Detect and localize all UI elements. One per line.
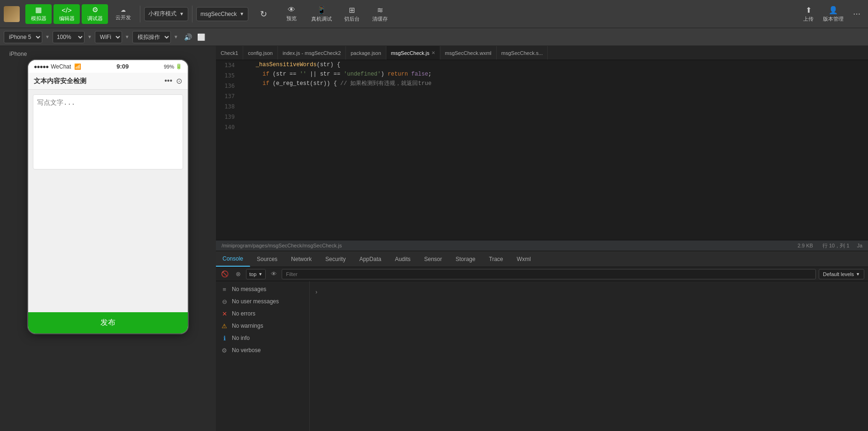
preserve-log-button[interactable]: ⊗ <box>233 269 243 279</box>
upload-button[interactable]: ⬆ 上传 <box>799 4 817 24</box>
status-time: 9:09 <box>116 63 129 70</box>
warning-icon: ⚠ <box>221 322 228 330</box>
filter-no-warnings[interactable]: ⚠ No warnings <box>216 320 309 332</box>
device-dropdown[interactable]: msgSecCheck ▼ <box>196 7 248 21</box>
clear-console-button[interactable]: 🚫 <box>220 269 230 279</box>
zoom-select[interactable]: 100% <box>53 31 84 43</box>
nav-title: 文本内容安全检测 <box>34 77 86 85</box>
tab-sensor[interactable]: Sensor <box>418 251 449 267</box>
tab-msgseccheck-wxml[interactable]: msgSecCheck.wxml <box>440 46 497 60</box>
filter-no-info[interactable]: ℹ No info <box>216 332 309 344</box>
version-manager-button[interactable]: 👤 版本管理 <box>819 4 847 24</box>
submit-button[interactable]: 发布 <box>28 312 188 333</box>
phone-body <box>28 176 188 312</box>
console-messages-panel: ≡ No messages ⊖ No user messages ✕ No er… <box>216 281 310 431</box>
operation-select[interactable]: 模拟操作 <box>132 31 171 43</box>
simulator-panel: iPhone ●●●●● WeChat 📶 9:09 99% 🔋 文本内容安全检… <box>0 46 216 431</box>
wifi-status-icon: 📶 <box>74 63 81 70</box>
more-button[interactable]: ⋯ <box>849 8 864 20</box>
chevron-down-icon8: ▼ <box>856 272 860 277</box>
clear-icon: ≋ <box>377 6 383 15</box>
file-size: 2.9 KB <box>798 243 813 248</box>
chevron-down-icon6: ▼ <box>174 34 178 39</box>
battery-pct: 99% <box>164 64 174 69</box>
info-icon: ℹ <box>221 334 228 342</box>
signal-dots: ●●●●● <box>34 63 48 70</box>
filter-no-errors[interactable]: ✕ No errors <box>216 308 309 320</box>
tab-network[interactable]: Network <box>284 251 319 267</box>
nav-icons: ••• ⊙ <box>164 77 182 85</box>
lang-label: Ja <box>857 243 862 248</box>
status-right: 99% 🔋 <box>164 63 182 69</box>
debugger-button[interactable]: ⚙ 调试器 <box>82 4 108 24</box>
content-textarea[interactable] <box>33 94 183 169</box>
chevron-down-icon7: ▼ <box>258 272 262 277</box>
tab-security[interactable]: Security <box>319 251 353 267</box>
file-path-bar: /miniprogram/pages/msgSecCheck/msgSecChe… <box>216 240 868 251</box>
code-editor[interactable]: 134 135 136 137 138 139 140 _hasSensitiv… <box>216 60 868 240</box>
filter-no-messages[interactable]: ≡ No messages <box>216 283 309 295</box>
filter-no-verbose[interactable]: ⚙ No verbose <box>216 344 309 356</box>
refresh-button[interactable]: ↻ <box>250 4 277 24</box>
device-select[interactable]: iPhone 5 <box>4 31 42 43</box>
editor-tabs: Check1 config.json index.js - msgSecChec… <box>216 46 868 60</box>
audio-toggle-icon[interactable]: 🔊 <box>183 32 193 42</box>
nav-dots-icon[interactable]: ••• <box>164 77 172 85</box>
chevron-down-icon4: ▼ <box>87 34 92 39</box>
nav-circle-icon[interactable]: ⊙ <box>176 77 182 85</box>
chevron-down-icon5: ▼ <box>125 34 130 39</box>
tab-config-json[interactable]: config.json <box>243 46 278 60</box>
phone-label: iPhone <box>8 51 27 57</box>
editor-icon: </> <box>61 6 72 14</box>
clear-cache-button[interactable]: ≋ 清缓存 <box>367 4 393 24</box>
filter-no-user-messages[interactable]: ⊖ No user messages <box>216 295 309 308</box>
close-tab-icon[interactable]: ✕ <box>431 50 435 55</box>
tab-console[interactable]: Console <box>216 251 250 267</box>
eye-filter-button[interactable]: 👁 <box>269 269 279 279</box>
tab-audits[interactable]: Audits <box>388 251 417 267</box>
console-toolbar: 🚫 ⊗ top ▼ 👁 Default levels ▼ <box>216 267 868 281</box>
eye-icon: 👁 <box>288 6 295 14</box>
console-content: ≡ No messages ⊖ No user messages ✕ No er… <box>216 281 868 431</box>
avatar[interactable] <box>4 6 20 22</box>
line-info: 行 10，列 1 <box>822 242 849 249</box>
tab-wxml[interactable]: Wxml <box>510 251 538 267</box>
context-dropdown[interactable]: top ▼ <box>246 269 266 279</box>
user-icon: ⊖ <box>221 298 228 305</box>
mode-dropdown[interactable]: 小程序模式 ▼ <box>144 7 188 21</box>
default-levels-button[interactable]: Default levels ▼ <box>819 269 864 279</box>
tab-index-js[interactable]: index.js - msgSecCheck2 <box>278 46 346 60</box>
cloud-icon: ☁ <box>121 7 126 13</box>
top-toolbar: ▦ 模拟器 </> 编辑器 ⚙ 调试器 ☁ 云开发 小程序模式 ▼ msgSec… <box>0 0 868 28</box>
line-numbers: 134 135 136 137 138 139 140 <box>216 60 238 132</box>
simulator-icon: ▦ <box>35 6 42 14</box>
real-device-button[interactable]: 📱 真机调试 <box>307 4 337 24</box>
version-icon: 👤 <box>829 6 838 15</box>
toolbar2-icons: 🔊 ⬜ <box>183 32 207 42</box>
tab-msgseccheck-js[interactable]: msgSecCheck.js ✕ <box>386 46 440 60</box>
filter-input[interactable] <box>282 269 816 279</box>
debugger-icon: ⚙ <box>92 6 98 14</box>
error-icon: ✕ <box>221 310 228 317</box>
screen-icon[interactable]: ⬜ <box>196 32 207 42</box>
phone-content <box>28 90 188 176</box>
right-panel: Check1 config.json index.js - msgSecChec… <box>216 46 868 431</box>
cut-icon: ⊞ <box>349 6 355 15</box>
tab-check1[interactable]: Check1 <box>216 46 243 60</box>
cloud-button[interactable]: ☁ 云开发 <box>110 4 136 24</box>
console-main-area: › <box>310 281 868 431</box>
cut-backend-button[interactable]: ⊞ 切后台 <box>338 4 365 24</box>
tab-package-json[interactable]: package.json <box>346 46 386 60</box>
simulator-button[interactable]: ▦ 模拟器 <box>25 4 52 24</box>
tab-storage[interactable]: Storage <box>449 251 483 267</box>
phone-frame: ●●●●● WeChat 📶 9:09 99% 🔋 文本内容安全检测 ••• ⊙ <box>28 60 188 333</box>
carrier-label: WeChat <box>51 63 71 70</box>
preview-button[interactable]: 👁 预览 <box>278 4 305 24</box>
tab-msgseccheck-style[interactable]: msgSecCheck.s... <box>497 46 548 60</box>
tab-trace[interactable]: Trace <box>483 251 510 267</box>
phone-status-bar: ●●●●● WeChat 📶 9:09 99% 🔋 <box>28 60 188 73</box>
tab-sources[interactable]: Sources <box>250 251 284 267</box>
tab-appdata[interactable]: AppData <box>353 251 388 267</box>
network-select[interactable]: WiFi <box>95 31 122 43</box>
editor-button[interactable]: </> 编辑器 <box>54 4 80 24</box>
